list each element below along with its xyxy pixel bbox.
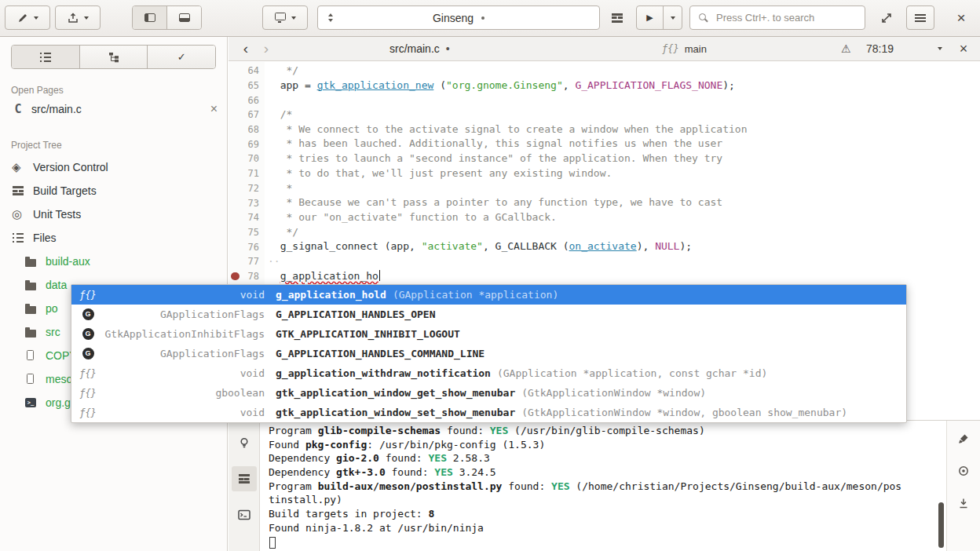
folder-icon [24, 297, 38, 320]
target-icon [958, 465, 969, 476]
diagnostics-panel-button[interactable] [232, 430, 257, 455]
fullscreen-button[interactable] [873, 5, 900, 30]
transfers-panel-button[interactable] [953, 493, 974, 513]
tree-item-build-targets[interactable]: Build Targets [0, 179, 227, 203]
return-type: void [98, 367, 265, 379]
gutter-line: 65 [229, 78, 265, 93]
line-number: 70 [248, 153, 259, 164]
gutter-line: 68 [229, 122, 265, 137]
output-segment: : /usr/bin/pkg-config (1.5.3) [367, 439, 545, 451]
code-line: ·· [268, 254, 980, 269]
build-button[interactable] [603, 5, 631, 30]
output-segment: 3.24.5 [453, 466, 496, 478]
close-editor-button[interactable]: × [954, 37, 973, 60]
edit-profile-button[interactable] [5, 5, 50, 30]
enum-icon: G [82, 328, 94, 340]
code-line: * tries to launch a "second instance" of… [268, 151, 980, 166]
omnibar-project-button[interactable]: Ginseng [317, 5, 600, 30]
code-line: /* [268, 108, 980, 122]
diagnostics-warning-icon[interactable]: ⚠ [841, 37, 851, 60]
tree-item-label: src [46, 326, 60, 338]
tree-item-label: data [46, 279, 67, 291]
gutter-line: 73 [229, 195, 265, 210]
tree-item-files[interactable]: Files [0, 226, 227, 250]
c-file-icon: C [11, 102, 25, 116]
code-line: * our "on_activate" function to a GCallb… [268, 210, 980, 225]
close-page-icon[interactable]: × [210, 103, 218, 115]
build-output[interactable]: Program glib-compile-schemas found: YES … [261, 421, 945, 551]
test-icon [11, 203, 25, 226]
build-output-panel-button[interactable] [232, 466, 257, 491]
export-button[interactable] [55, 5, 101, 30]
folder-icon [24, 250, 38, 273]
open-page-item[interactable]: C src/main.c × [0, 97, 227, 121]
run-options-button[interactable] [663, 6, 682, 29]
run-button[interactable]: ▶ [637, 6, 663, 29]
sidebar-tab-checks[interactable]: ✓ [147, 46, 215, 68]
code-segment: ( [557, 240, 569, 252]
completion-item[interactable]: ƒ{}voidgtk_application_window_set_show_m… [71, 403, 906, 422]
tree-item-unit-tests[interactable]: Unit Tests [0, 203, 227, 226]
menu-button[interactable] [906, 5, 934, 30]
close-window-button[interactable]: × [949, 5, 974, 30]
chevron-down-icon [938, 47, 942, 50]
symbol-name: G_APPLICATION_HANDLES_COMMAND_LINE [276, 348, 485, 359]
gutter-line: 71 [229, 166, 265, 181]
tree-item-build-aux[interactable]: build-aux [0, 250, 227, 273]
monitor-icon [275, 13, 286, 20]
line-number: 65 [248, 80, 259, 91]
history-back-button[interactable]: ‹ [236, 37, 255, 60]
completion-item[interactable]: ƒ{}voidg_application_withdraw_notificati… [71, 363, 906, 383]
editor-options-button[interactable] [932, 37, 948, 60]
code-segment [268, 270, 280, 282]
code-line: * has been lauched. Additionally, this s… [268, 137, 980, 151]
return-type: GApplicationFlags [98, 308, 265, 320]
line-number: 78 [248, 271, 259, 282]
header-bar: Ginseng ▶ × [0, 0, 980, 37]
device-selector-button[interactable] [262, 5, 308, 30]
history-forward-button[interactable]: › [257, 37, 276, 60]
symbols-panel-button[interactable] [953, 461, 974, 481]
run-button-group: ▶ [636, 5, 682, 30]
completion-item[interactable]: GGApplicationFlagsG_APPLICATION_HANDLES_… [71, 305, 906, 324]
symbol-params: (GtkApplicationWindow *window) [521, 387, 706, 399]
build-icon [11, 179, 25, 203]
symbol-name: g_application_withdraw_notification [276, 367, 491, 379]
code-line: * [268, 181, 980, 196]
sidebar-tab-tree[interactable] [79, 46, 148, 68]
code-segment: , [483, 240, 495, 252]
completion-item[interactable]: GGtkApplicationInhibitFlagsGTK_APPLICATI… [71, 324, 906, 344]
utilities-rail [946, 421, 980, 551]
toggle-bottom-panel-button[interactable] [166, 6, 201, 29]
line-number: 76 [248, 242, 259, 253]
document-title-group: src/main.c • [389, 37, 450, 60]
code-line: * We connect to the activate signal to c… [268, 122, 980, 137]
chevron-down-icon [671, 16, 675, 20]
search-input[interactable] [715, 11, 857, 24]
completion-item[interactable]: ƒ{}gbooleangtk_application_window_get_sh… [71, 383, 906, 403]
gutter-line: 74 [229, 210, 265, 225]
theme-panel-button[interactable] [953, 429, 974, 449]
output-segment: Found ninja-1.8.2 at /usr/bin/ninja [269, 522, 484, 534]
output-scrollbar[interactable] [938, 502, 944, 548]
output-segment: tinstall.py) [269, 494, 342, 505]
tree-item-version-control[interactable]: Version Control [0, 155, 227, 179]
symbol-params: (GApplication *application) [393, 289, 558, 301]
project-name: Ginseng [433, 12, 474, 24]
terminal-panel-button[interactable] [232, 502, 257, 527]
output-segment: gio-2.0 [336, 452, 379, 464]
output-segment: YES [551, 480, 569, 492]
output-segment: Dependency [269, 452, 336, 464]
output-segment: Build targets in project: [269, 508, 429, 520]
chevron-down-icon [84, 16, 89, 20]
completion-item[interactable]: GGApplicationFlagsG_APPLICATION_HANDLES_… [71, 344, 906, 363]
toggle-left-panel-button[interactable] [133, 6, 166, 29]
return-type: void [98, 407, 265, 418]
tree-item-label: Files [33, 232, 57, 244]
sidebar-tab-pages[interactable] [12, 46, 79, 68]
symbol-name: g_application_hold [276, 289, 386, 301]
search-icon [698, 13, 708, 23]
completion-item[interactable]: ƒ{}voidg_application_hold(GApplication *… [71, 285, 906, 305]
global-search[interactable] [689, 5, 865, 30]
symbol-indicator[interactable]: ƒ{} main [662, 37, 707, 60]
